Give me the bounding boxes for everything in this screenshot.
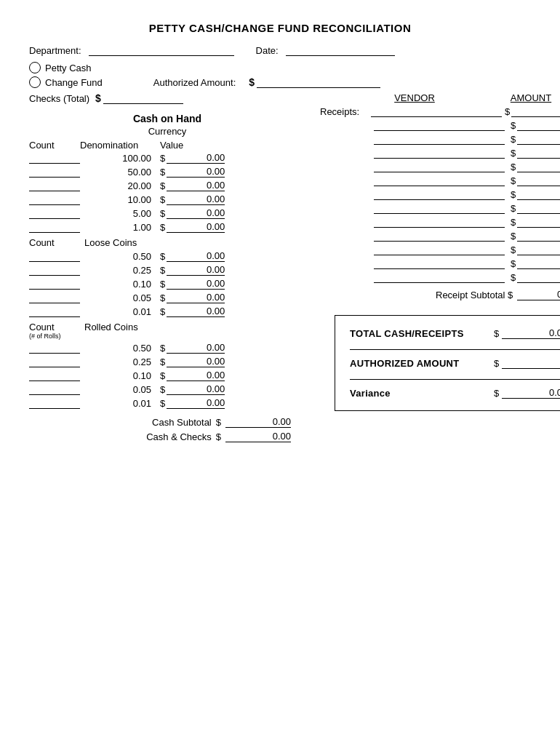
receipt-amount-1[interactable] [511,105,560,117]
loose-count-001[interactable] [29,306,80,317]
value-header: Value [160,140,233,151]
receipt-vendor-8[interactable] [374,202,505,214]
cash-checks-row: Cash & Checks $ [29,431,305,442]
loose-count-050[interactable] [29,250,80,262]
receipt-vendor-13[interactable] [374,271,505,283]
loose-value-005[interactable] [167,292,225,303]
petty-cash-radio[interactable] [29,62,41,73]
receipt-amount-3[interactable] [517,133,560,145]
rolled-count-025[interactable] [29,356,80,367]
count-input-50[interactable] [29,166,80,178]
currency-row-20: 20.00 $ [29,180,305,191]
receipt-subtotal-input[interactable] [517,289,560,300]
rolled-value-025[interactable] [167,356,225,367]
loose-value-010[interactable] [167,278,225,290]
receipt-vendor-4[interactable] [374,147,505,159]
denom-20: 20.00 [80,180,160,191]
receipt-amount-10[interactable] [517,230,560,242]
denom-100: 100.00 [80,153,160,164]
receipt-amount-9[interactable] [517,216,560,228]
receipt-vendor-5[interactable] [374,161,505,172]
cash-subtotal-row: Cash Subtotal $ [29,416,305,428]
variance-input[interactable] [502,387,560,399]
authorized-amount-summary-input[interactable] [502,357,560,369]
rolled-count-010[interactable] [29,370,80,381]
rolled-value-005[interactable] [167,383,225,395]
receipt-amount-6[interactable] [517,175,560,186]
rolled-count-001[interactable] [29,397,80,409]
loose-row-025: 0.25 $ [29,264,305,276]
receipt-vendor-7[interactable] [374,188,505,200]
currency-subtitle: Currency [29,126,305,137]
receipt-amount-5[interactable] [517,161,560,172]
receipt-amount-2[interactable] [517,119,560,131]
receipt-vendor-1[interactable] [371,105,502,117]
currency-row-5: 5.00 $ [29,207,305,219]
receipt-vendor-10[interactable] [374,230,505,242]
receipt-vendor-3[interactable] [374,133,505,145]
rolled-value-010[interactable] [167,370,225,381]
count-input-20[interactable] [29,180,80,191]
currency-col-headers: Count Denomination Value [29,140,305,151]
loose-row-005: 0.05 $ [29,292,305,303]
receipt-vendor-6[interactable] [374,175,505,186]
loose-count-005[interactable] [29,292,80,303]
rolled-row-050: 0.50 $ [29,342,305,354]
loose-count-025[interactable] [29,264,80,276]
loose-value-050[interactable] [167,250,225,262]
date-input[interactable] [286,44,395,56]
receipt-vendor-9[interactable] [374,216,505,228]
receipt-line-11: $ [320,244,560,255]
value-input-10[interactable] [167,194,225,205]
receipt-vendor-12[interactable] [374,258,505,269]
rolled-value-050[interactable] [167,342,225,354]
vendor-amount-headers: VENDOR AMOUNT [320,92,560,103]
receipt-amount-12[interactable] [517,258,560,269]
rolled-value-001[interactable] [167,397,225,409]
value-input-20[interactable] [167,180,225,191]
auth-dollar-sign: $ [249,76,255,88]
value-input-1[interactable] [167,221,225,233]
loose-value-025[interactable] [167,264,225,276]
authorized-amount-label: Authorized Amount: [153,77,236,88]
count-header: Count [29,140,80,151]
loose-count-010[interactable] [29,278,80,290]
value-input-100[interactable] [167,152,225,164]
rolled-count-005[interactable] [29,383,80,395]
count-input-1[interactable] [29,221,80,233]
receipt-dollar-1: $ [505,106,510,117]
count-input-100[interactable] [29,152,80,164]
loose-value-001[interactable] [167,306,225,317]
cash-checks-input[interactable] [225,431,291,442]
denom-5: 5.00 [80,208,160,219]
receipt-vendor-2[interactable] [374,119,505,131]
rolled-count-050[interactable] [29,342,80,354]
cash-checks-dollar: $ [216,431,221,442]
petty-cash-radio-row[interactable]: Petty Cash [29,62,531,73]
change-fund-radio-row[interactable]: Change Fund [29,76,103,88]
authorized-amount-summary-label: AUTHORIZED AMOUNT [350,358,460,369]
petty-cash-label: Petty Cash [45,63,92,73]
receipt-amount-8[interactable] [517,202,560,214]
value-input-5[interactable] [167,207,225,219]
authorized-amount-input[interactable] [257,76,380,88]
receipt-amount-7[interactable] [517,188,560,200]
cash-subtotal-input[interactable] [225,416,291,428]
count-input-10[interactable] [29,194,80,205]
rolled-denom-001: 0.01 [80,398,160,409]
receipt-amount-11[interactable] [517,244,560,255]
department-input[interactable] [89,44,234,56]
loose-coins-label: Loose Coins [84,237,137,248]
checks-total-input[interactable] [103,92,183,104]
change-fund-radio[interactable] [29,76,41,88]
receipt-vendor-11[interactable] [374,244,505,255]
total-cash-receipts-input[interactable] [502,327,560,339]
receipt-amount-4[interactable] [517,147,560,159]
count-input-5[interactable] [29,207,80,219]
loose-denom-025: 0.25 [80,265,160,276]
value-input-50[interactable] [167,166,225,178]
receipt-line-8: $ [320,202,560,214]
receipt-amount-13[interactable] [517,271,560,283]
total-cash-receipts-line: TOTAL CASH/RECEIPTS $ [350,327,560,339]
receipt-line-13: $ [320,271,560,283]
